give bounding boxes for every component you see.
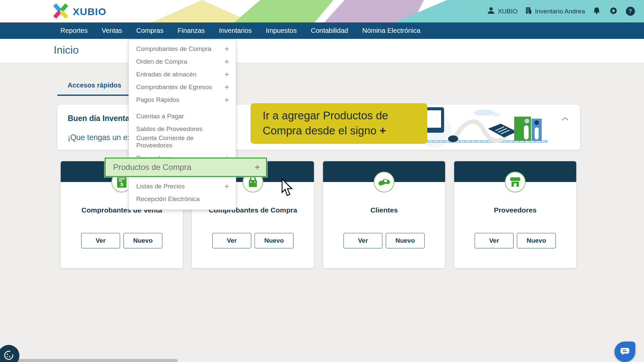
chat-bubble-icon bbox=[620, 347, 630, 356]
plus-icon[interactable]: + bbox=[225, 70, 229, 79]
chat-widget-button[interactable] bbox=[614, 342, 635, 362]
plus-icon[interactable]: + bbox=[225, 96, 229, 105]
settings-button[interactable] bbox=[608, 6, 619, 16]
gear-icon bbox=[609, 6, 618, 16]
onboarding-callout: Ir a agregar Productos de Compra desde e… bbox=[251, 103, 427, 144]
nuevo-button[interactable]: Nuevo bbox=[123, 233, 162, 248]
productos-de-compra-label: Productos de Compra bbox=[113, 163, 191, 172]
compras-dropdown-menu: Comprobantes de Compra + Orden de Compra… bbox=[128, 40, 236, 210]
nuevo-button[interactable]: Nuevo bbox=[255, 233, 293, 248]
user-label: XUBIO bbox=[498, 8, 518, 15]
company-menu[interactable]: Inventario Andrea bbox=[524, 6, 585, 16]
callout-line2: Compra desde el signo bbox=[263, 124, 380, 137]
ver-button[interactable]: Ver bbox=[81, 233, 120, 248]
menu-item-listas-de-precios[interactable]: Listas de Precios + bbox=[129, 180, 236, 193]
menu-item-pagos-rapidos[interactable]: Pagos Rápidos + bbox=[129, 94, 236, 106]
ver-button[interactable]: Ver bbox=[212, 233, 251, 248]
nuevo-button[interactable]: Nuevo bbox=[517, 233, 556, 248]
menu-item-comprobantes-de-egresos[interactable]: Comprobantes de Egresos + bbox=[129, 81, 236, 94]
banner-shape-yellow bbox=[152, 0, 252, 22]
menu-item-cuentas-a-pagar[interactable]: Cuentas a Pagar bbox=[129, 110, 236, 123]
nav-item-nomina-electronica[interactable]: Nómina Electrónica bbox=[362, 27, 420, 35]
menu-item-recepcion-electronica[interactable]: Recepción Electrónica bbox=[129, 193, 236, 205]
card-actions: Ver Nuevo bbox=[61, 233, 183, 248]
building-icon bbox=[524, 6, 532, 16]
xubio-logo[interactable]: XUBIO bbox=[53, 3, 106, 20]
card-actions: Ver Nuevo bbox=[323, 233, 445, 248]
ver-button[interactable]: Ver bbox=[475, 233, 514, 248]
storefront-icon bbox=[505, 172, 526, 192]
cookie-settings-button[interactable] bbox=[0, 345, 19, 362]
nav-item-contabilidad[interactable]: Contabilidad bbox=[311, 27, 348, 35]
card-actions: Ver Nuevo bbox=[192, 233, 314, 248]
nav-item-ventas[interactable]: Ventas bbox=[102, 27, 122, 35]
menu-item-entradas-de-almacen[interactable]: Entradas de almacén + bbox=[129, 68, 236, 81]
collapse-banner-button[interactable] bbox=[560, 115, 570, 123]
company-label: Inventario Andrea bbox=[535, 8, 585, 15]
menu-item-saldos-de-proveedores[interactable]: Saldos de Proveedores bbox=[129, 123, 236, 135]
greeting-subtitle: ¡Que tengas un ex bbox=[68, 133, 131, 142]
nav-item-compras[interactable]: Compras bbox=[136, 27, 163, 35]
top-header: XUBIO XUBIO bbox=[0, 0, 644, 22]
menu-item-productos-de-compra[interactable]: Productos de Compra + bbox=[105, 158, 267, 177]
nuevo-button[interactable]: Nuevo bbox=[386, 233, 425, 248]
nav-item-reportes[interactable]: Reportes bbox=[60, 27, 88, 35]
plus-icon[interactable]: + bbox=[225, 182, 229, 191]
nav-item-impuestos[interactable]: Impuestos bbox=[266, 27, 297, 35]
user-menu[interactable]: XUBIO bbox=[487, 6, 518, 16]
callout-plus: + bbox=[380, 124, 386, 137]
logo-wordmark: XUBIO bbox=[73, 6, 106, 17]
chevron-up-icon bbox=[562, 117, 569, 122]
menu-item-orden-de-compra[interactable]: Orden de Compra + bbox=[129, 55, 236, 68]
card-proveedores: Proveedores Ver Nuevo bbox=[454, 161, 576, 268]
page-title: Inicio bbox=[54, 44, 79, 56]
help-button[interactable]: ? bbox=[625, 6, 635, 16]
plus-icon[interactable]: + bbox=[225, 57, 229, 66]
header-right-cluster: XUBIO Inventario Andrea bbox=[487, 0, 635, 22]
user-icon bbox=[487, 6, 495, 16]
xubio-home-page: { "header": { "brand": "XUBIO", "user_la… bbox=[0, 0, 644, 362]
title-band: Inicio bbox=[0, 39, 644, 63]
mouse-cursor bbox=[281, 178, 295, 198]
card-title: Proveedores bbox=[454, 206, 576, 214]
plus-icon[interactable]: + bbox=[225, 45, 229, 54]
nav-item-inventarios[interactable]: Inventarios bbox=[219, 27, 252, 35]
svg-text:$: $ bbox=[120, 181, 123, 187]
card-actions: Ver Nuevo bbox=[454, 233, 576, 248]
greeting-title: Buen día Inventa bbox=[68, 114, 129, 123]
xubio-x-icon bbox=[53, 3, 68, 20]
handshake-icon bbox=[374, 172, 394, 192]
plus-icon[interactable]: + bbox=[255, 162, 260, 173]
menu-item-comprobantes-de-compra[interactable]: Comprobantes de Compra + bbox=[129, 43, 236, 55]
main-nav: Reportes Ventas Compras Finanzas Inventa… bbox=[0, 22, 644, 39]
tab-accesos-rapidos[interactable]: Accesos rápidos bbox=[57, 81, 131, 96]
bell-icon bbox=[593, 7, 601, 16]
card-clientes: Clientes Ver Nuevo bbox=[323, 161, 445, 268]
menu-item-cuenta-corriente-de-proveedores[interactable]: Cuenta Corriente de Proveedores bbox=[129, 135, 236, 148]
cookie-icon bbox=[3, 350, 14, 362]
card-title: Clientes bbox=[323, 206, 445, 214]
callout-line1: Ir a agregar Productos de bbox=[263, 109, 388, 122]
ver-button[interactable]: Ver bbox=[343, 233, 382, 248]
notifications-button[interactable] bbox=[592, 6, 602, 16]
browser-status-bar bbox=[0, 359, 178, 362]
help-icon: ? bbox=[626, 7, 635, 16]
nav-item-finanzas[interactable]: Finanzas bbox=[177, 27, 205, 35]
desk-illustration bbox=[414, 107, 558, 149]
plus-icon[interactable]: + bbox=[225, 83, 229, 92]
